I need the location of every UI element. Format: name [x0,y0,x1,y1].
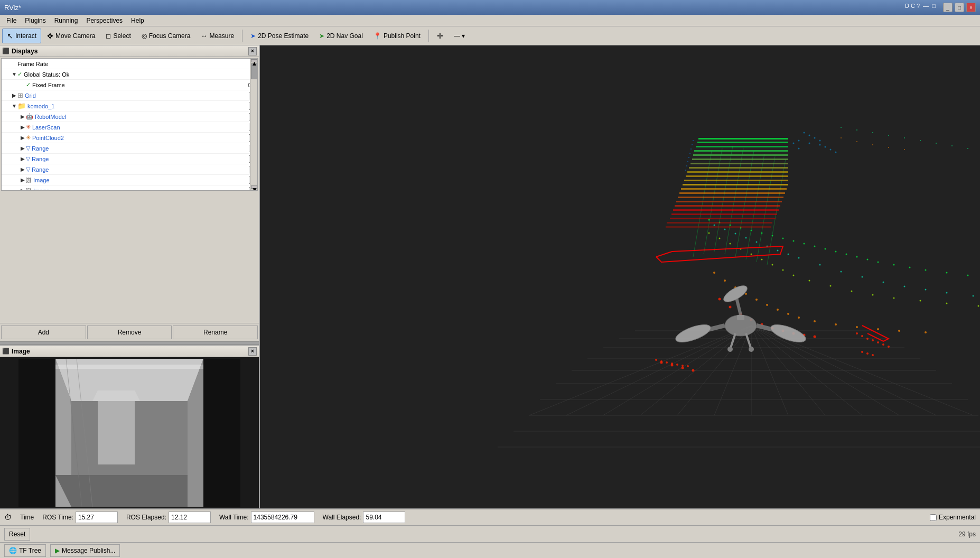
image1-label[interactable]: Image [33,177,249,183]
svg-marker-8 [92,390,140,401]
svg-point-88 [793,275,795,276]
robotmodel-label[interactable]: RobotModel [35,114,249,120]
svg-point-191 [749,347,754,352]
menu-perspectives[interactable]: Perspectives [82,16,127,25]
expand-robot[interactable]: ▶ [20,114,26,120]
close-button[interactable]: × [966,3,976,12]
tree-scrollbar[interactable]: ▲ ▼ [250,59,257,190]
wall-time-label: Wall Time: [219,514,249,521]
scroll-down-arrow[interactable]: ▼ [251,185,257,189]
reset-button[interactable]: Reset [4,528,30,541]
image2-label[interactable]: Image [33,188,249,191]
laserscan-label[interactable]: LaserScan [32,124,249,131]
range1-label[interactable]: Range [32,145,249,152]
svg-point-199 [798,148,800,150]
expand-laser[interactable]: ▶ [20,124,26,131]
svg-point-72 [841,271,842,273]
crosshair-button[interactable]: ✛ [432,29,448,43]
expand-cloud[interactable]: ▶ [20,135,26,141]
svg-point-167 [671,362,673,365]
pose-estimate-button[interactable]: ➤ 2D Pose Estimate [246,29,313,43]
range3-label[interactable]: Range [32,166,249,173]
laser-icon: ✳ [26,124,31,131]
svg-point-75 [904,286,906,287]
select-button[interactable]: ◻ Select [101,29,135,43]
expand-grid[interactable]: ▶ [11,92,17,99]
expand-range1[interactable]: ▶ [20,145,26,152]
cloud-icon: ✳ [26,134,31,141]
experimental-checkbox[interactable] [930,514,937,521]
wall-time-input[interactable] [251,512,314,523]
svg-point-162 [686,165,687,166]
pose-icon: ➤ [250,32,256,40]
svg-rect-134 [698,138,788,140]
3d-viewport[interactable] [260,45,980,508]
image1-icon: 🖼 [26,177,32,183]
move-camera-button[interactable]: ✥ Move Camera [42,29,100,43]
menu-file[interactable]: File [2,16,21,25]
expand-image1[interactable]: ▶ [20,177,26,183]
focus-camera-button[interactable]: ◎ Focus Camera [137,29,195,43]
rename-display-button[interactable]: Rename [173,326,258,339]
svg-point-217 [856,141,857,142]
add-display-button[interactable]: Add [1,326,86,339]
ros-time-label: ROS Time: [42,514,73,521]
svg-point-125 [692,369,695,372]
svg-point-46 [793,240,795,242]
fixed-frame-label: Fixed Frame [32,82,248,88]
svg-point-55 [893,264,895,266]
image-panel-close-button[interactable]: × [248,347,257,356]
svg-point-210 [920,140,921,141]
remove-display-button[interactable]: Remove [87,326,172,339]
grid-icon: ⊞ [17,91,23,99]
menu-plugins[interactable]: Plugins [21,16,50,25]
komodo-label[interactable]: komodo_1 [27,103,249,109]
svg-point-201 [819,144,821,146]
publish-point-icon: 📍 [374,32,381,40]
expand-range3[interactable]: ▶ [20,166,26,173]
wall-elapsed-input[interactable] [363,512,405,523]
experimental-check[interactable]: Experimental [930,514,976,521]
more-button[interactable]: — ▾ [449,29,470,43]
ros-time-input[interactable] [76,512,118,523]
displays-close-button[interactable]: × [248,47,257,55]
scroll-up-arrow[interactable]: ▲ [251,59,257,62]
svg-point-212 [951,145,953,146]
svg-point-108 [856,326,858,328]
svg-point-169 [682,365,684,367]
svg-point-92 [872,294,874,296]
range2-icon: ▽ [26,155,30,162]
pointcloud2-label[interactable]: PointCloud2 [32,135,249,141]
nav-goal-button[interactable]: ➤ 2D Nav Goal [314,29,368,43]
select-icon: ◻ [106,32,111,40]
minimize-button[interactable]: _ [943,3,953,12]
message-publish-button[interactable]: ▶ Message Publish... [50,544,120,557]
tf-tree-button[interactable]: 🌐 TF Tree [4,544,46,557]
maximize-button[interactable]: □ [955,3,964,12]
expand-range2[interactable]: ▶ [20,156,26,162]
menu-help[interactable]: Help [127,16,148,25]
publish-point-button[interactable]: 📍 Publish Point [369,29,425,43]
svg-point-209 [904,137,905,138]
menu-running[interactable]: Running [50,16,82,25]
svg-point-177 [888,346,890,348]
displays-tree[interactable]: Frame Rate 30 ▼ ✓ Global Status: Ok ✓ Fi [1,58,258,191]
interact-button[interactable]: ↖ Interact [2,29,41,43]
svg-point-82 [730,243,731,245]
svg-point-81 [719,238,721,239]
fixed-check-icon: ✓ [26,81,31,88]
displays-panel: ⬛ Displays × Frame Rate 30 ▼ ✓ Global S [0,45,259,341]
expand-komodo[interactable]: ▼ [11,103,17,109]
range2-label[interactable]: Range [32,156,249,162]
ros-elapsed-input[interactable] [169,512,211,523]
interact-icon: ↖ [7,32,13,40]
measure-button[interactable]: ↔ Measure [196,29,239,43]
svg-point-85 [761,259,763,261]
expand-image2[interactable]: ▶ [20,188,26,191]
svg-point-207 [872,132,873,133]
svg-point-48 [814,246,816,247]
image-viewport[interactable] [0,357,259,508]
tree-row-grid: ▶ ⊞ Grid [2,90,257,101]
grid-label[interactable]: Grid [25,92,249,99]
expand-global[interactable]: ▼ [11,71,17,78]
